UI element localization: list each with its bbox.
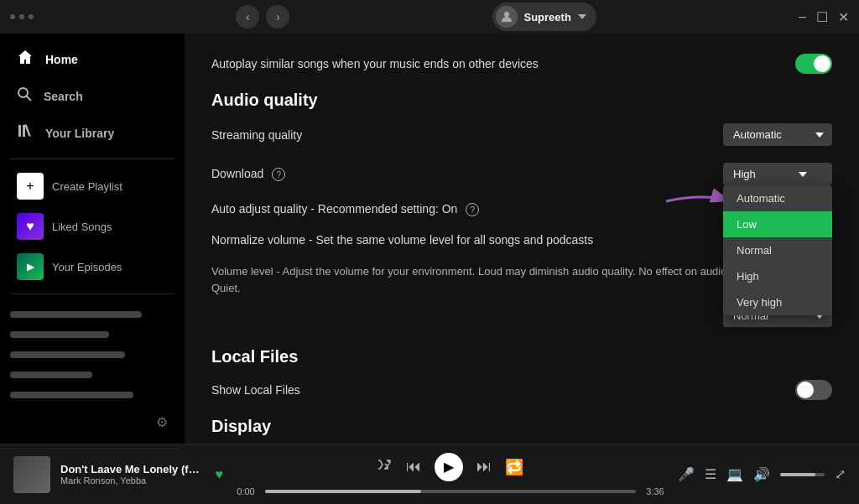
- download-chevron-icon: [799, 172, 807, 177]
- autoplay-label: Autoplay similar songs when your music e…: [211, 57, 539, 70]
- main-layout: Home Search Your Library + Crea: [0, 34, 859, 444]
- volume-bar[interactable]: [780, 473, 825, 476]
- sidebar-item-your-episodes[interactable]: ▶ Your Episodes: [7, 247, 178, 287]
- audio-quality-heading: Audio quality: [211, 91, 832, 110]
- your-episodes-label: Your Episodes: [52, 261, 122, 273]
- download-option-normal[interactable]: Normal: [723, 237, 832, 263]
- forward-button[interactable]: ›: [266, 5, 289, 29]
- list-item[interactable]: [0, 365, 185, 385]
- normalize-label: Normalize volume - Set the same volume l…: [211, 233, 593, 247]
- sidebar: Home Search Your Library + Crea: [0, 34, 185, 444]
- download-dropdown[interactable]: High Automatic Low Normal High Very high: [723, 163, 832, 185]
- track-artist: Mark Ronson, Yebba: [60, 475, 206, 486]
- liked-songs-label: Liked Songs: [52, 221, 112, 233]
- queue-icon[interactable]: ☰: [705, 466, 716, 482]
- sidebar-item-liked-songs[interactable]: ♥ Liked Songs: [7, 206, 178, 247]
- sidebar-divider-2: [10, 294, 174, 294]
- player-right: 🎤 ☰ 💻 🔊 ⤢: [678, 466, 846, 482]
- show-local-files-label: Show Local Files: [211, 383, 300, 397]
- track-name: Don't Laave Me Lonely (feat. YEBBA): [60, 463, 206, 475]
- episodes-icon: ▶: [17, 253, 44, 280]
- list-item[interactable]: [0, 345, 185, 365]
- chevron-down-icon: [578, 14, 586, 19]
- volume-fill: [780, 473, 815, 476]
- shuffle-button[interactable]: [377, 457, 393, 476]
- search-icon: [17, 86, 32, 106]
- download-option-low[interactable]: Low: [723, 211, 832, 237]
- total-time: 3:36: [643, 486, 668, 496]
- sidebar-item-home[interactable]: Home: [7, 40, 178, 78]
- maximize-button[interactable]: ☐: [816, 9, 828, 25]
- playlist-scroll[interactable]: [0, 301, 185, 408]
- sidebar-divider-1: [10, 158, 174, 159]
- download-option-very-high[interactable]: Very high: [723, 289, 832, 315]
- library-icon: [17, 122, 34, 143]
- download-row: Download ? High Automatic Low Normal Hig…: [211, 163, 832, 185]
- liked-songs-icon: ♥: [17, 213, 44, 240]
- user-menu[interactable]: Supreeth: [492, 3, 596, 31]
- avatar: [496, 6, 518, 28]
- title-bar-dots: [10, 14, 34, 19]
- minimize-button[interactable]: –: [799, 9, 806, 25]
- player-bar: Don't Laave Me Lonely (feat. YEBBA) Mark…: [0, 444, 859, 504]
- sidebar-item-library[interactable]: Your Library: [7, 114, 178, 152]
- list-item[interactable]: [0, 304, 185, 325]
- show-local-files-toggle[interactable]: [795, 380, 832, 400]
- nav-arrows: ‹ ›: [236, 5, 289, 29]
- list-item[interactable]: [0, 325, 185, 345]
- sidebar-item-create-playlist[interactable]: + Create Playlist: [7, 166, 178, 206]
- toggle-knob: [797, 382, 814, 398]
- download-option-automatic[interactable]: Automatic: [723, 185, 832, 211]
- download-label: Download ?: [211, 167, 285, 181]
- sidebar-library-label: Your Library: [45, 127, 114, 140]
- svg-point-0: [504, 12, 509, 17]
- show-local-files-row: Show Local Files: [211, 380, 832, 400]
- autoplay-toggle[interactable]: [795, 54, 832, 74]
- repeat-button[interactable]: 🔁: [505, 458, 523, 476]
- download-info-icon[interactable]: ?: [272, 168, 285, 181]
- svg-point-1: [18, 88, 28, 97]
- user-name: Supreeth: [524, 11, 571, 23]
- window-controls: – ☐ ✕: [799, 9, 849, 25]
- settings-content[interactable]: Autoplay similar songs when your music e…: [185, 34, 859, 444]
- settings-icon-wrap: ⚙: [0, 408, 185, 437]
- streaming-quality-label: Streaming quality: [211, 128, 302, 142]
- player-track-info: Don't Laave Me Lonely (feat. YEBBA) Mark…: [13, 456, 223, 493]
- toggle-knob: [814, 55, 830, 72]
- sidebar-item-search[interactable]: Search: [7, 78, 178, 114]
- back-button[interactable]: ‹: [236, 5, 259, 29]
- create-playlist-icon: +: [17, 173, 44, 200]
- local-files-heading: Local Files: [211, 347, 832, 366]
- next-button[interactable]: ⏭: [476, 458, 492, 475]
- settings-icon[interactable]: ⚙: [156, 414, 168, 430]
- svg-rect-3: [18, 125, 21, 137]
- streaming-quality-dropdown[interactable]: Automatic Low Normal High Very high: [723, 123, 832, 146]
- progress-bar[interactable]: [265, 490, 636, 493]
- current-time: 0:00: [233, 486, 258, 496]
- download-option-high[interactable]: High: [723, 263, 832, 289]
- player-buttons: ⏮ ▶ ⏭ 🔁: [377, 453, 523, 481]
- sidebar-home-label: Home: [45, 53, 78, 66]
- streaming-quality-row: Streaming quality Automatic Low Normal H…: [211, 123, 832, 146]
- sidebar-search-label: Search: [44, 90, 83, 103]
- title-bar: ‹ › Supreeth – ☐ ✕: [0, 0, 859, 34]
- prev-button[interactable]: ⏮: [406, 458, 421, 475]
- volume-icon[interactable]: 🔊: [753, 466, 770, 482]
- download-dropdown-button[interactable]: High: [723, 163, 832, 185]
- auto-adjust-info-icon[interactable]: ?: [466, 203, 479, 216]
- player-controls: ⏮ ▶ ⏭ 🔁 0:00 3:36: [233, 453, 668, 496]
- devices-icon[interactable]: 💻: [726, 466, 743, 482]
- fullscreen-icon[interactable]: ⤢: [835, 466, 846, 482]
- auto-adjust-label: Auto adjust quality - Recommended settin…: [211, 202, 479, 216]
- lyrics-icon[interactable]: 🎤: [678, 466, 695, 482]
- streaming-quality-dropdown-wrap: Automatic Low Normal High Very high: [723, 123, 832, 146]
- close-button[interactable]: ✕: [838, 9, 849, 25]
- track-thumbnail: [13, 456, 50, 493]
- create-playlist-label: Create Playlist: [52, 180, 122, 193]
- home-icon: [17, 49, 34, 70]
- play-button[interactable]: ▶: [435, 453, 463, 481]
- display-heading: Display: [211, 417, 832, 436]
- svg-rect-4: [23, 125, 25, 137]
- heart-icon[interactable]: ♥: [216, 467, 224, 482]
- list-item[interactable]: [0, 385, 185, 405]
